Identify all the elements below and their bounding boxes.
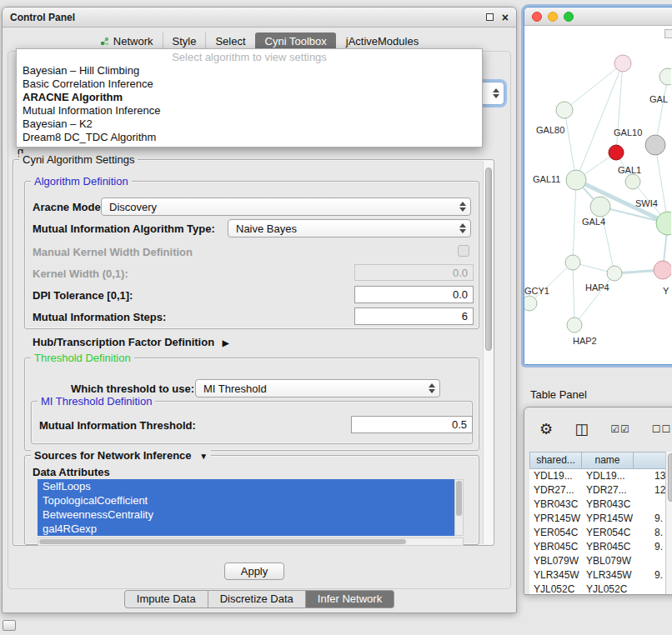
node-label: GAL10 <box>614 128 642 138</box>
attributes-hscrollbar-thumb[interactable] <box>39 539 406 544</box>
close-traffic-light[interactable] <box>532 12 542 22</box>
table-panel-label: Table Panel <box>530 388 587 401</box>
table-cell: YJL052C <box>529 582 581 595</box>
table-row[interactable]: YBR043CYBR043C <box>529 498 672 512</box>
bottom-tab-impute-data[interactable]: Impute Data <box>124 590 208 608</box>
table-row[interactable]: YDR27...YDR27...12 <box>529 483 672 498</box>
float-window-icon[interactable] <box>486 13 494 21</box>
attributes-scrollbar-track[interactable] <box>454 479 464 536</box>
network-node[interactable] <box>625 174 640 189</box>
table-row[interactable]: YPR145WYPR145W9. <box>529 512 672 526</box>
column-header[interactable]: shared... <box>530 452 582 468</box>
data-attributes-label: Data Attributes <box>33 466 110 478</box>
mi-threshold-input[interactable]: 0.5 <box>351 416 473 433</box>
network-node[interactable] <box>567 318 582 332</box>
network-node[interactable] <box>654 261 671 279</box>
control-panel-titlebar[interactable]: Control Panel × <box>3 8 516 28</box>
table-scrollbar-track[interactable] <box>665 452 672 595</box>
network-node[interactable] <box>656 212 671 235</box>
table-scrollbar-thumb[interactable] <box>668 453 672 502</box>
node-label: SWI4 <box>635 198 658 208</box>
bottom-tab-infer-network[interactable]: Infer Network <box>306 590 394 608</box>
column-header[interactable]: name <box>582 452 634 468</box>
aracne-mode-select[interactable]: Discovery <box>101 198 471 216</box>
data-attribute-item[interactable]: TopologicalCoefficient <box>38 493 454 508</box>
apply-button[interactable]: Apply <box>224 562 284 580</box>
network-node[interactable] <box>524 296 537 311</box>
deselect-all-icon[interactable]: ☐☐ <box>652 422 672 437</box>
control-panel-window: Control Panel × NetworkStyleSelectCyni T… <box>2 7 517 613</box>
data-attribute-item[interactable]: gal4RGexp <box>38 522 454 536</box>
minimize-traffic-light[interactable] <box>548 12 558 22</box>
network-node[interactable] <box>607 266 622 281</box>
mi-steps-input[interactable]: 6 <box>354 308 474 325</box>
zoom-traffic-light[interactable] <box>564 12 574 22</box>
tab-jactivemodules[interactable]: jActiveModules <box>336 32 428 50</box>
collapsed-panel-icon[interactable] <box>3 620 16 631</box>
table-row[interactable]: YBL079WYBL079W <box>529 554 672 568</box>
bottom-tab-discretize-data[interactable]: Discretize Data <box>208 590 306 608</box>
threshold-definition-title: Threshold Definition <box>31 352 134 364</box>
window-title: Control Panel <box>10 12 75 23</box>
tab-style[interactable]: Style <box>163 32 206 50</box>
table-cell: YER054C <box>529 526 581 540</box>
mi-algorithm-type-select[interactable]: Naive Bayes <box>228 219 471 238</box>
network-edge[interactable] <box>655 77 668 145</box>
birdseye-toggle-icon[interactable] <box>664 29 672 38</box>
table-row[interactable]: YLR345WYLR345W9. <box>529 568 672 582</box>
dpi-tolerance-input[interactable]: 0.0 <box>354 286 474 303</box>
table-body: YDL19...YDL19...13YDR27...YDR27...12YBR0… <box>529 469 672 595</box>
which-threshold-select[interactable]: MI Threshold <box>195 379 440 398</box>
table-row[interactable]: YDL19...YDL19...13 <box>529 469 672 483</box>
table-row[interactable]: YER054CYER054C8. <box>529 526 672 540</box>
sources-toggle[interactable]: Sources for Network Inference ▼ <box>31 449 211 462</box>
table-row[interactable]: YBR045CYBR045C9. <box>529 540 672 554</box>
network-edge[interactable] <box>576 63 623 180</box>
gear-icon[interactable]: ⚙ <box>539 422 553 437</box>
network-node[interactable] <box>566 170 586 190</box>
network-node[interactable] <box>645 135 665 155</box>
table-cell: YLR345W <box>581 568 633 582</box>
network-edge[interactable] <box>574 273 614 325</box>
network-edge[interactable] <box>573 180 576 262</box>
algorithm-option[interactable]: Dream8 DC_TDC Algorithm <box>17 131 482 144</box>
network-node[interactable] <box>565 255 580 270</box>
select-all-icon[interactable]: ☑☑ <box>610 422 630 437</box>
data-attribute-item[interactable]: BetweennessCentrality <box>38 508 454 522</box>
network-node[interactable] <box>609 145 624 160</box>
tab-cyni-toolbox[interactable]: Cyni Toolbox <box>255 32 336 50</box>
network-window-titlebar[interactable] <box>524 8 672 26</box>
settings-scrollbar-thumb[interactable] <box>485 168 492 351</box>
network-edge[interactable] <box>573 262 574 325</box>
network-canvas[interactable]: GAL80GAL10GAL1GAL11SWI4GAL4GCY1HAP4HAP2G… <box>524 27 672 364</box>
table-cell: YDR27... <box>529 483 581 498</box>
node-label: GAL11 <box>533 174 560 184</box>
network-node[interactable] <box>659 68 671 85</box>
table-cell: YBR043C <box>529 498 581 512</box>
hub-definition-toggle[interactable]: Hub/Transcription Factor Definition ▶ <box>33 336 228 348</box>
attributes-hscrollbar-track[interactable] <box>38 538 464 546</box>
settings-scrollbar-track[interactable] <box>483 161 494 544</box>
kernel-width-input: 0.0 <box>354 264 474 281</box>
network-edge[interactable] <box>529 262 573 303</box>
algorithm-option[interactable]: Bayesian – K2 <box>17 118 482 131</box>
network-node[interactable] <box>556 102 573 118</box>
data-attribute-item[interactable]: SelfLoops <box>38 479 454 493</box>
attributes-scrollbar-thumb[interactable] <box>456 481 462 516</box>
algorithm-option[interactable]: Mutual Information Inference <box>17 104 482 118</box>
table-cell: YDL19... <box>529 469 581 483</box>
tab-network[interactable]: Network <box>91 32 163 50</box>
network-edge[interactable] <box>564 110 576 180</box>
table-row[interactable]: YJL052CYJL052C <box>529 582 672 595</box>
columns-icon[interactable]: ◫ <box>574 422 589 437</box>
network-edge[interactable] <box>564 63 623 110</box>
algorithm-option[interactable]: Basic Correlation Inference <box>17 78 482 91</box>
close-icon[interactable]: × <box>502 13 509 22</box>
network-node[interactable] <box>590 197 610 217</box>
algorithm-option[interactable]: Bayesian – Hill Climbing <box>17 64 482 78</box>
mi-threshold-label: Mutual Information Threshold: <box>39 419 196 432</box>
table-cell: YDL19... <box>581 469 633 483</box>
algorithm-option[interactable]: ARACNE Algorithm <box>17 91 482 104</box>
network-node[interactable] <box>614 55 631 72</box>
tab-select[interactable]: Select <box>205 32 254 50</box>
